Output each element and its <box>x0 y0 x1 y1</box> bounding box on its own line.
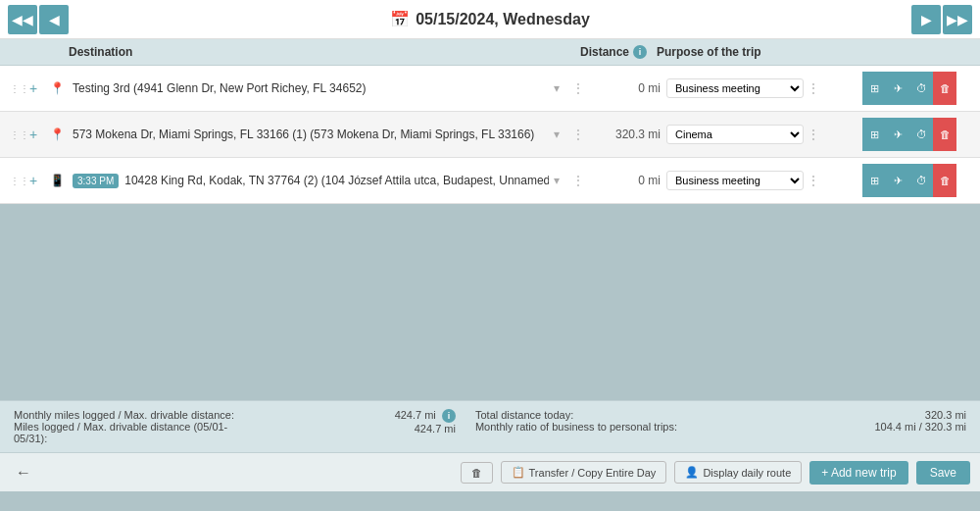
nav-prev-prev-button[interactable]: ◀◀ <box>8 5 37 34</box>
purpose-more-button[interactable]: ⋮ <box>804 128 823 141</box>
row-more-button[interactable]: ⋮ <box>568 174 588 187</box>
row-action-icons <box>862 164 970 197</box>
stat-col-values-right: 320.3 mi 104.4 mi / 320.3 mi <box>770 409 966 444</box>
table-row: ⋮⋮ + 📍 ▾ ⋮ 0 mi Business meeting Cinema … <box>0 66 980 112</box>
row-more-button[interactable]: ⋮ <box>568 128 588 141</box>
add-stop-button[interactable]: + <box>24 173 43 188</box>
row-more-button[interactable]: ⋮ <box>568 81 588 95</box>
trash-icon <box>940 128 951 141</box>
table-row: ⋮⋮ + 📱 3:33 PM ▾ ⋮ 0 mi Business meeting… <box>0 158 980 204</box>
purpose-more-button[interactable]: ⋮ <box>804 174 823 187</box>
back-button[interactable]: ← <box>10 462 37 484</box>
transfer-icon: 📋 <box>512 466 525 479</box>
header: ◀◀ ◀ 📅 05/15/2024, Wednesday ▶ ▶▶ <box>0 0 980 39</box>
plane-action-button[interactable] <box>886 164 909 197</box>
delete-button[interactable]: 🗑 <box>461 462 493 484</box>
calendar-icon: 📅 <box>390 10 410 28</box>
grid-action-button[interactable] <box>862 164 886 197</box>
monthly-value: 424.7 mi i <box>260 409 456 423</box>
grid-icon <box>870 128 879 141</box>
nav-next-button[interactable]: ▶ <box>911 5 941 34</box>
col-destination-header: Destination <box>10 45 549 59</box>
miles-label: Miles logged / Max. drivable distance (0… <box>14 421 260 444</box>
transfer-copy-button[interactable]: 📋 Transfer / Copy Entire Day <box>501 461 667 484</box>
add-stop-button[interactable]: + <box>24 127 43 142</box>
destination-dropdown[interactable]: ▾ <box>549 128 564 141</box>
delete-row-button[interactable] <box>933 118 956 151</box>
header-nav-right: ▶ ▶▶ <box>911 5 972 34</box>
trash-icon <box>940 174 951 187</box>
add-stop-button[interactable]: + <box>24 80 43 96</box>
header-nav-left: ◀◀ ◀ <box>8 5 69 34</box>
clock-icon <box>916 128 927 141</box>
grid-action-button[interactable] <box>862 72 886 105</box>
total-label: Total distance today: <box>475 409 770 421</box>
row-action-icons <box>862 118 970 151</box>
stat-col-labels-right: Total distance today: Monthly ratio of b… <box>466 409 770 444</box>
footer-stats: Monthly miles logged / Max. drivable dis… <box>0 400 980 452</box>
location-icon: 📍 <box>47 81 67 95</box>
delete-row-button[interactable] <box>933 164 956 197</box>
grid-action-button[interactable] <box>862 118 886 151</box>
trash-icon <box>940 81 951 95</box>
save-button[interactable]: Save <box>916 461 970 485</box>
drag-handle[interactable]: ⋮⋮ <box>10 129 20 140</box>
destination-input[interactable] <box>73 128 549 141</box>
clock-action-button[interactable] <box>909 118 933 151</box>
distance-value: 320.3 mi <box>588 128 666 141</box>
add-new-trip-button[interactable]: + Add new trip <box>809 461 907 485</box>
table-row: ⋮⋮ + 📍 ▾ ⋮ 320.3 mi Cinema Business meet… <box>0 112 980 158</box>
route-icon: 👤 <box>685 466 699 479</box>
stat-col-values-left: 424.7 mi i 424.7 mi <box>260 409 466 444</box>
ratio-label: Monthly ratio of business to personal tr… <box>475 421 770 433</box>
info-icon[interactable]: i <box>442 409 456 423</box>
miles-value: 424.7 mi <box>260 423 456 434</box>
table-header: Destination Distance i Purpose of the tr… <box>0 39 980 66</box>
col-purpose-header: Purpose of the trip <box>647 45 862 59</box>
time-badge: 3:33 PM <box>73 174 119 188</box>
distance-value: 0 mi <box>588 174 666 187</box>
nav-next-next-button[interactable]: ▶▶ <box>943 5 972 34</box>
phone-icon: 📱 <box>47 174 67 187</box>
clock-action-button[interactable] <box>909 164 933 197</box>
delete-row-button[interactable] <box>933 72 956 105</box>
total-value: 320.3 mi <box>770 409 966 421</box>
drag-handle[interactable]: ⋮⋮ <box>10 83 20 94</box>
destination-dropdown[interactable]: ▾ <box>549 174 564 187</box>
purpose-wrapper: Business meeting Cinema Personal ⋮ <box>666 171 862 190</box>
purpose-wrapper: Business meeting Cinema Personal ⋮ <box>666 78 862 98</box>
purpose-select[interactable]: Business meeting Cinema Personal <box>666 171 804 190</box>
transfer-copy-label: Transfer / Copy Entire Day <box>529 467 657 479</box>
distance-info-icon[interactable]: i <box>633 45 647 59</box>
monthly-label: Monthly miles logged / Max. drivable dis… <box>14 409 260 421</box>
table-rows-container: ⋮⋮ + 📍 ▾ ⋮ 0 mi Business meeting Cinema … <box>0 66 980 400</box>
col-distance-header: Distance i <box>549 45 647 59</box>
add-new-trip-label: + Add new trip <box>821 466 896 480</box>
ratio-value: 104.4 mi / 320.3 mi <box>770 421 966 433</box>
display-daily-route-button[interactable]: 👤 Display daily route <box>674 461 802 484</box>
destination-input[interactable] <box>124 174 549 187</box>
plane-icon <box>894 128 903 141</box>
location-icon: 📍 <box>47 128 67 141</box>
plane-action-button[interactable] <box>886 118 909 151</box>
distance-value: 0 mi <box>588 81 666 95</box>
date-label: 05/15/2024, Wednesday <box>416 11 590 28</box>
nav-prev-button[interactable]: ◀ <box>39 5 69 34</box>
destination-dropdown[interactable]: ▾ <box>549 81 564 95</box>
bottom-toolbar: ← 🗑 📋 Transfer / Copy Entire Day 👤 Displ… <box>0 452 980 491</box>
purpose-wrapper: Cinema Business meeting Personal ⋮ <box>666 125 862 144</box>
destination-input[interactable] <box>73 81 549 95</box>
row-action-icons <box>862 72 970 105</box>
clock-action-button[interactable] <box>909 72 933 105</box>
clock-icon <box>916 174 927 187</box>
plane-icon <box>894 174 903 187</box>
purpose-more-button[interactable]: ⋮ <box>804 81 823 95</box>
drag-handle[interactable]: ⋮⋮ <box>10 176 20 186</box>
purpose-select[interactable]: Cinema Business meeting Personal <box>666 125 804 144</box>
grid-icon <box>870 174 879 187</box>
plane-action-button[interactable] <box>886 72 909 105</box>
purpose-select[interactable]: Business meeting Cinema Personal <box>666 78 804 98</box>
delete-icon: 🗑 <box>471 467 482 479</box>
empty-content-area <box>0 204 980 400</box>
display-daily-label: Display daily route <box>703 467 791 479</box>
